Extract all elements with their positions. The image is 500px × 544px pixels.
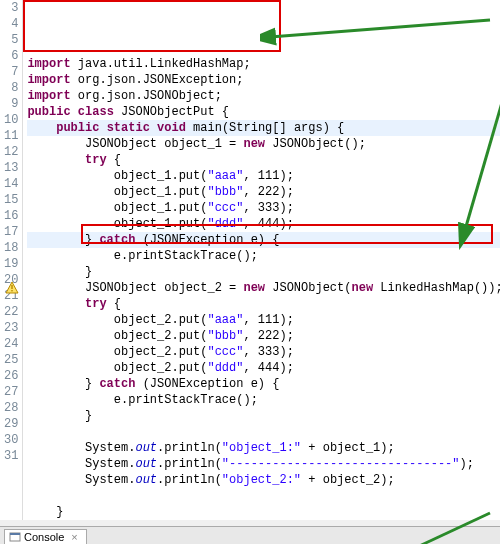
line-number: 16 — [4, 208, 18, 224]
code-line[interactable]: } catch (JSONException e) { — [27, 376, 500, 392]
code-line[interactable] — [27, 488, 500, 504]
code-line[interactable]: object_2.put("bbb", 222); — [27, 328, 500, 344]
code-area[interactable]: import java.util.LinkedHashMap;import or… — [23, 0, 500, 520]
code-line[interactable]: import org.json.JSONObject; — [27, 88, 500, 104]
line-number: 24 — [4, 336, 18, 352]
code-line[interactable]: System.out.println("object_2:" + object_… — [27, 472, 500, 488]
console-icon — [9, 531, 21, 543]
svg-rect-1 — [12, 290, 13, 291]
close-icon[interactable]: × — [71, 531, 77, 543]
code-line[interactable]: import org.json.JSONException; — [27, 72, 500, 88]
line-number: 30 — [4, 432, 18, 448]
code-line[interactable]: e.printStackTrace(); — [27, 392, 500, 408]
line-number: 22 — [4, 304, 18, 320]
line-number: 10 — [4, 112, 18, 128]
line-number: 14 — [4, 176, 18, 192]
code-line[interactable]: JSONObject object_2 = new JSONObject(new… — [27, 280, 500, 296]
code-line[interactable]: } — [27, 408, 500, 424]
code-line[interactable]: } — [27, 504, 500, 520]
line-number: 8 — [4, 80, 18, 96]
line-number: 31 — [4, 448, 18, 464]
code-line[interactable]: try { — [27, 296, 500, 312]
code-line[interactable]: e.printStackTrace(); — [27, 248, 500, 264]
line-number: 6 — [4, 48, 18, 64]
line-number: 9 — [4, 96, 18, 112]
line-number: 5 — [4, 32, 18, 48]
code-line[interactable]: } — [27, 264, 500, 280]
line-number: 11 — [4, 128, 18, 144]
svg-rect-5 — [10, 533, 20, 535]
code-line[interactable]: object_1.put("ddd", 444); — [27, 216, 500, 232]
code-line[interactable]: System.out.println("--------------------… — [27, 456, 500, 472]
code-line[interactable]: object_2.put("ddd", 444); — [27, 360, 500, 376]
console-panel: Console × <terminated> JSONObjectPut [Ja… — [0, 526, 500, 544]
line-number: 12 — [4, 144, 18, 160]
code-line[interactable]: object_1.put("bbb", 222); — [27, 184, 500, 200]
line-number: 18 — [4, 240, 18, 256]
line-number: 3 — [4, 0, 18, 16]
line-number: 15 — [4, 192, 18, 208]
console-tab-label: Console — [24, 531, 64, 543]
line-number-gutter: 3456789101112131415161718192021222324252… — [0, 0, 23, 520]
code-line[interactable]: object_1.put("ccc", 333); — [27, 200, 500, 216]
line-number: 28 — [4, 400, 18, 416]
line-number: 13 — [4, 160, 18, 176]
svg-rect-0 — [12, 285, 13, 289]
warning-icon — [5, 281, 19, 295]
line-number: 26 — [4, 368, 18, 384]
line-number: 29 — [4, 416, 18, 432]
line-number: 25 — [4, 352, 18, 368]
code-line[interactable]: System.out.println("object_1:" + object_… — [27, 440, 500, 456]
code-line[interactable]: public static void main(String[] args) { — [27, 120, 500, 136]
code-line[interactable]: } catch (JSONException e) { — [27, 232, 500, 248]
code-line[interactable]: import java.util.LinkedHashMap; — [27, 56, 500, 72]
code-line[interactable]: try { — [27, 152, 500, 168]
line-number: 27 — [4, 384, 18, 400]
line-number: 4 — [4, 16, 18, 32]
highlight-box-imports — [23, 0, 281, 52]
code-editor[interactable]: 3456789101112131415161718192021222324252… — [0, 0, 500, 520]
code-line[interactable]: object_1.put("aaa", 111); — [27, 168, 500, 184]
code-line[interactable]: public class JSONObjectPut { — [27, 104, 500, 120]
line-number: 7 — [4, 64, 18, 80]
console-tab-bar: Console × — [0, 527, 500, 544]
code-line[interactable] — [27, 424, 500, 440]
console-tab[interactable]: Console × — [4, 529, 87, 544]
line-number: 19 — [4, 256, 18, 272]
code-line[interactable]: object_2.put("aaa", 111); — [27, 312, 500, 328]
code-line[interactable]: object_2.put("ccc", 333); — [27, 344, 500, 360]
code-line[interactable]: JSONObject object_1 = new JSONObject(); — [27, 136, 500, 152]
line-number: 17 — [4, 224, 18, 240]
line-number: 23 — [4, 320, 18, 336]
